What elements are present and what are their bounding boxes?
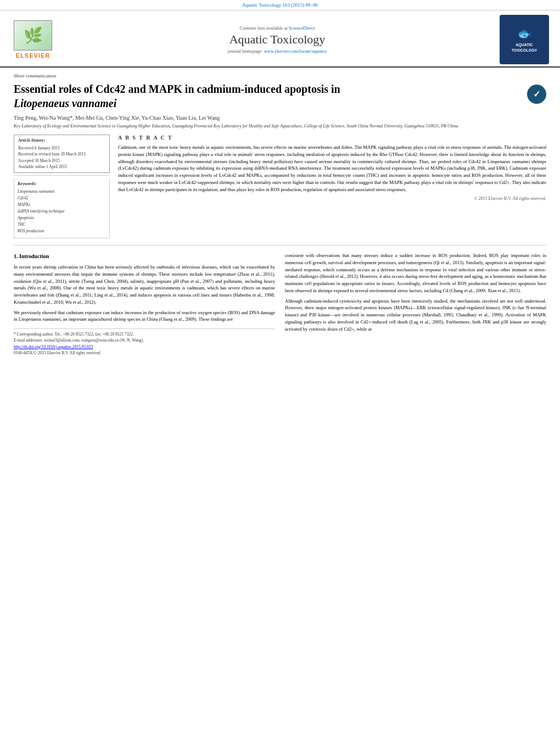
issn-line: 0166-445X/© 2015 Elsevier B.V. All right… bbox=[14, 350, 275, 356]
aquatic-tox-logo: 🐟 AQUATICTOXIcoLOGY bbox=[500, 15, 549, 64]
authors-list: Ting Peng, Wei-Na Wang*, Mei-Mei Gu, Che… bbox=[14, 115, 546, 121]
copyright: © 2015 Elsevier B.V. All rights reserved… bbox=[118, 196, 546, 201]
received1-row: Received 6 January 2015 bbox=[18, 145, 105, 151]
kw4: dsRNA interfering technique bbox=[18, 208, 106, 215]
elsevier-brand: ELSEVIER bbox=[16, 52, 50, 59]
right-para1: consistent with observations that many s… bbox=[285, 252, 546, 294]
kw2: Cdc42 bbox=[18, 195, 106, 202]
journal-header: ELSEVIER Contents lists available at Sci… bbox=[0, 10, 560, 68]
affiliations: Key Laboratory of Ecology and Environmen… bbox=[14, 123, 546, 129]
article-content: Short communication Essential roles of C… bbox=[0, 68, 560, 361]
doi-line: http://dx.doi.org/10.1016/j.aquatox.2015… bbox=[14, 344, 275, 350]
abstract-col: A B S T R A C T Cadmium, one of the most… bbox=[118, 135, 546, 238]
footnote-email: E-mail addresses: weinaf3@aliyun.com, wa… bbox=[14, 337, 275, 343]
article-history-box: Article history: Received 6 January 2015… bbox=[14, 135, 110, 173]
received2-row: Received in revised form 28 March 2015 bbox=[18, 151, 105, 157]
homepage-url[interactable]: www.elsevier.com/locate/aquatox bbox=[264, 48, 327, 54]
intro-heading: 1. Introduction bbox=[14, 252, 275, 260]
article-info-col: Article history: Received 6 January 2015… bbox=[14, 135, 110, 238]
abstract-heading: A B S T R A C T bbox=[118, 135, 546, 141]
keywords-box: Keywords: Litopenaeus vannamei Cdc42 MAP… bbox=[14, 178, 110, 238]
footnote-author: * Corresponding author. Tel.: +86 20 852… bbox=[14, 331, 275, 337]
kw1: Litopenaeus vannamei bbox=[18, 188, 106, 195]
intro-para2: We previously showed that cadmium exposu… bbox=[14, 309, 275, 323]
intro-para1: In recent years shrimp cultivation in Ch… bbox=[14, 264, 275, 306]
accepted-row: Accepted 30 March 2015 bbox=[18, 158, 105, 164]
journal-title: Aquatic Toxicology bbox=[66, 32, 489, 47]
elsevier-logo: ELSEVIER bbox=[11, 20, 55, 59]
content-divider bbox=[14, 245, 546, 246]
body-columns: 1. Introduction In recent years shrimp c… bbox=[14, 252, 546, 356]
kw7: ROS production bbox=[18, 228, 106, 235]
available-row: Available online 1 April 2015 bbox=[18, 164, 105, 170]
sciencedirect-link[interactable]: ScienceDirect bbox=[289, 25, 315, 31]
journal-center-header: Contents lists available at ScienceDirec… bbox=[55, 25, 500, 54]
journal-ref-bar: Aquatic Toxicology 163 (2015) 89–96 bbox=[0, 0, 560, 10]
kw6: THC bbox=[18, 221, 106, 228]
homepage-line: journal homepage: www.elsevier.com/locat… bbox=[66, 48, 489, 54]
footnote-section: * Corresponding author. Tel.: +86 20 852… bbox=[14, 328, 275, 356]
elsevier-logo-image bbox=[14, 20, 52, 51]
history-label: Article history: bbox=[18, 138, 105, 143]
body-left-col: 1. Introduction In recent years shrimp c… bbox=[14, 252, 275, 356]
crossmark-icon[interactable]: ✓ bbox=[527, 85, 546, 104]
keywords-label: Keywords: bbox=[18, 181, 106, 186]
abstract-body: Cadmium, one of the most toxic heavy met… bbox=[118, 144, 546, 193]
doi-link[interactable]: http://dx.doi.org/10.1016/j.aquatox.2015… bbox=[14, 344, 93, 349]
article-info-abstract: Article history: Received 6 January 2015… bbox=[14, 135, 546, 238]
kw5: Apoptosis bbox=[18, 215, 106, 221]
section-label: Short communication bbox=[14, 73, 546, 79]
logo-text: AQUATICTOXIcoLOGY bbox=[512, 42, 537, 52]
fish-icon: 🐟 bbox=[517, 26, 532, 41]
article-title: Essential roles of Cdc42 and MAPK in cad… bbox=[14, 82, 522, 110]
body-right-col: consistent with observations that many s… bbox=[285, 252, 546, 356]
kw3: MAPKs bbox=[18, 202, 106, 208]
contents-available: Contents lists available at ScienceDirec… bbox=[66, 25, 489, 31]
journal-reference: Aquatic Toxicology 163 (2015) 89–96 bbox=[242, 2, 318, 8]
right-para2: Although cadmium-induced cytotoxicity an… bbox=[285, 298, 546, 333]
